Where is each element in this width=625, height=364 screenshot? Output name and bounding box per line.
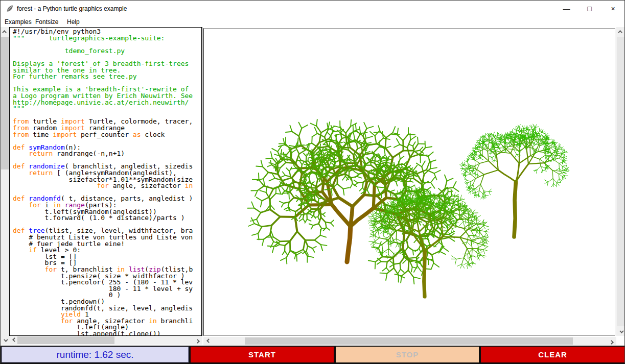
- chevron-down-icon: [619, 329, 623, 333]
- title-bar: forest - a Python turtle graphics exampl…: [1, 1, 624, 17]
- menu-help[interactable]: Help: [67, 18, 80, 26]
- scroll-up-arrow[interactable]: [1, 27, 9, 36]
- chevron-left-icon: [206, 338, 211, 343]
- canvas-horizontal-scrollbar[interactable]: [203, 337, 616, 345]
- scroll-down-arrow[interactable]: [616, 327, 625, 336]
- scroll-right-arrow[interactable]: [194, 336, 202, 345]
- canvas-frame: [203, 28, 615, 336]
- scroll-up-arrow[interactable]: [616, 27, 625, 36]
- stop-button[interactable]: STOP: [336, 347, 479, 362]
- code-horizontal-scrollbar[interactable]: [9, 336, 202, 345]
- turtledemo-window: forest - a Python turtle graphics exampl…: [0, 0, 625, 364]
- code-vertical-scrollbar[interactable]: [1, 27, 9, 345]
- close-button[interactable]: ×: [601, 1, 624, 17]
- code-text[interactable]: #!/usr/bin/env python3""" turtlegraphics…: [13, 29, 193, 336]
- chevron-left-icon: [12, 337, 16, 342]
- maximize-button[interactable]: □: [578, 1, 601, 17]
- minimize-icon: —: [563, 5, 570, 13]
- chevron-right-icon: [195, 339, 199, 343]
- runtime-display: runtime: 1.62 sec.: [2, 347, 189, 362]
- chevron-down-icon: [4, 337, 8, 342]
- bottom-bar: runtime: 1.62 sec. START STOP CLEAR: [1, 346, 624, 363]
- python-feather-icon: [6, 5, 14, 13]
- window-title: forest - a Python turtle graphics exampl…: [17, 5, 127, 12]
- clear-button[interactable]: CLEAR: [481, 347, 624, 362]
- scroll-left-arrow[interactable]: [9, 336, 18, 345]
- code-pane: #!/usr/bin/env python3""" turtlegraphics…: [9, 27, 202, 336]
- menu-bar: Examples Fontsize Help: [1, 17, 624, 27]
- code-vscroll-thumb[interactable]: [1, 37, 9, 169]
- scroll-left-arrow[interactable]: [203, 337, 212, 346]
- scroll-right-arrow[interactable]: [608, 337, 616, 346]
- chevron-up-icon: [618, 30, 622, 34]
- maximize-icon: □: [587, 5, 591, 13]
- menu-fontsize[interactable]: Fontsize: [35, 18, 58, 26]
- canvas-vertical-scrollbar[interactable]: [616, 27, 625, 336]
- minimize-button[interactable]: —: [555, 1, 578, 17]
- code-hscroll-thumb[interactable]: [17, 336, 114, 344]
- canvas-vscroll-thumb[interactable]: [617, 37, 625, 326]
- menu-examples[interactable]: Examples: [5, 18, 32, 26]
- close-icon: ×: [611, 5, 615, 13]
- tree-left: [248, 119, 465, 284]
- turtle-canvas: [204, 29, 615, 335]
- start-button[interactable]: START: [191, 347, 334, 362]
- scroll-down-arrow[interactable]: [1, 336, 9, 345]
- chevron-up-icon: [2, 30, 6, 34]
- chevron-right-icon: [609, 340, 613, 344]
- canvas-hscroll-thumb[interactable]: [245, 337, 573, 345]
